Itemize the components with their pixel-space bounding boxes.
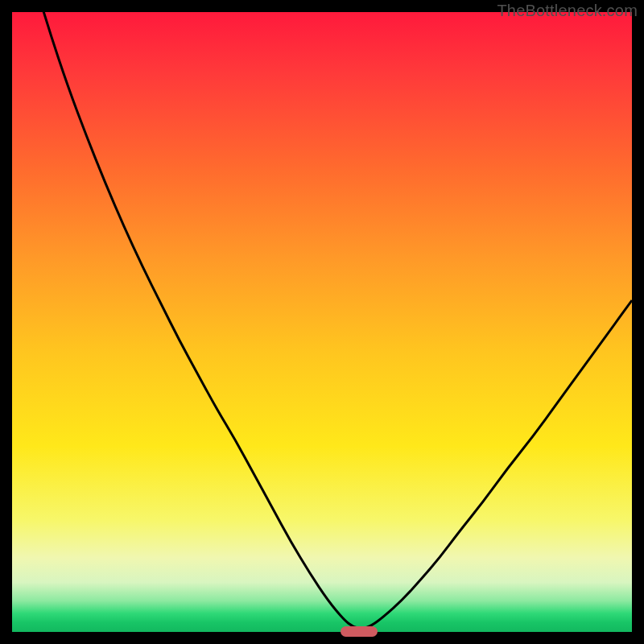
plot-area [12,12,632,632]
bottleneck-curve [12,12,632,632]
chart-frame: TheBottleneck.com [0,0,644,644]
curve-line [12,12,632,628]
watermark-text: TheBottleneck.com [497,2,638,20]
minimum-marker [341,626,378,637]
